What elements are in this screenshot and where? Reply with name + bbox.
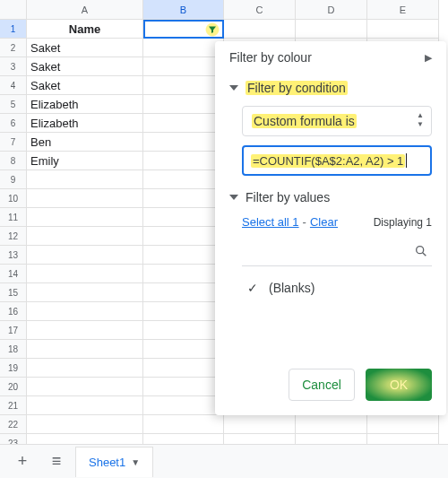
cell[interactable] (143, 321, 224, 340)
blanks-option[interactable]: ✓ (Blanks) (215, 274, 446, 306)
cell[interactable] (27, 321, 143, 340)
row-header[interactable]: 5 (0, 95, 27, 114)
cell[interactable] (143, 378, 224, 396)
row-header[interactable]: 1 (0, 20, 27, 39)
row-header[interactable]: 13 (0, 246, 27, 265)
add-sheet-button[interactable]: + (7, 448, 38, 475)
cell[interactable]: Elizabeth (27, 114, 143, 133)
cell[interactable] (27, 396, 143, 415)
cell[interactable] (143, 20, 224, 39)
row-header[interactable]: 16 (0, 302, 27, 321)
row-header[interactable]: 10 (0, 189, 27, 208)
corner-cell[interactable] (0, 0, 27, 20)
cell[interactable] (143, 152, 224, 170)
all-sheets-button[interactable]: ≡ (41, 448, 72, 475)
row-header[interactable]: 19 (0, 359, 27, 378)
text-caret (406, 153, 407, 168)
cell[interactable] (143, 265, 224, 283)
filter-by-condition-row[interactable]: Filter by condition (215, 72, 446, 102)
col-header-E[interactable]: E (367, 0, 439, 20)
cell[interactable] (296, 20, 367, 39)
cell[interactable] (143, 76, 224, 95)
cell[interactable] (27, 189, 143, 208)
row-header[interactable]: 12 (0, 227, 27, 246)
row-header[interactable]: 8 (0, 152, 27, 170)
cell[interactable] (367, 415, 439, 434)
cell[interactable] (27, 170, 143, 189)
cell[interactable] (296, 415, 367, 434)
cell[interactable] (143, 114, 224, 133)
filter-by-values-row[interactable]: Filter by values (215, 188, 446, 212)
cell[interactable] (143, 227, 224, 246)
cancel-button[interactable]: Cancel (289, 369, 355, 401)
filter-by-colour-row[interactable]: Filter by colour ▶ (215, 41, 446, 72)
row-header[interactable]: 14 (0, 265, 27, 283)
cell[interactable] (27, 415, 143, 434)
cell[interactable] (27, 340, 143, 359)
col-header-A[interactable]: A (27, 0, 143, 20)
cell[interactable] (224, 20, 296, 39)
stepper-icon: ▲▼ (417, 112, 424, 128)
sheet-tab[interactable]: Sheet1 ▼ (75, 447, 153, 477)
cell[interactable] (27, 208, 143, 227)
cell[interactable]: Emily (27, 152, 143, 170)
row-header[interactable]: 22 (0, 415, 27, 434)
displaying-label: Displaying 1 (374, 216, 432, 229)
cell[interactable] (27, 246, 143, 265)
cell[interactable] (143, 359, 224, 378)
dash: - (303, 215, 306, 229)
ok-button[interactable]: OK (366, 369, 432, 401)
row-header[interactable]: 17 (0, 321, 27, 340)
row-header[interactable]: 9 (0, 170, 27, 189)
row-header[interactable]: 4 (0, 76, 27, 95)
col-header-B[interactable]: B (143, 0, 224, 20)
row-header[interactable]: 2 (0, 39, 27, 57)
cell[interactable] (143, 415, 224, 434)
cell[interactable] (143, 189, 224, 208)
cell[interactable] (143, 170, 224, 189)
filter-by-colour-label: Filter by colour (229, 50, 312, 65)
cell[interactable] (27, 283, 143, 302)
cell[interactable] (143, 396, 224, 415)
cell[interactable] (143, 57, 224, 76)
cell[interactable] (143, 302, 224, 321)
cell[interactable] (27, 359, 143, 378)
cell[interactable] (143, 208, 224, 227)
row-header[interactable]: 6 (0, 114, 27, 133)
check-icon: ✓ (247, 281, 258, 295)
cell[interactable]: Elizabeth (27, 95, 143, 114)
select-all-link[interactable]: Select all 1 (242, 215, 299, 229)
row-header[interactable]: 15 (0, 283, 27, 302)
row-header[interactable]: 7 (0, 133, 27, 152)
col-header-D[interactable]: D (296, 0, 367, 20)
row-header[interactable]: 3 (0, 57, 27, 76)
cell[interactable]: Saket (27, 39, 143, 57)
cell[interactable]: Saket (27, 57, 143, 76)
col-header-C[interactable]: C (224, 0, 296, 20)
filter-panel: Filter by colour ▶ Filter by condition C… (215, 41, 446, 415)
cell[interactable]: Saket (27, 76, 143, 95)
row-header[interactable]: 21 (0, 396, 27, 415)
cell[interactable] (143, 133, 224, 152)
cell[interactable] (27, 227, 143, 246)
row-header[interactable]: 18 (0, 340, 27, 359)
cell[interactable] (27, 265, 143, 283)
cell[interactable] (143, 246, 224, 265)
row-header[interactable]: 20 (0, 378, 27, 396)
formula-input[interactable]: =COUNTIF($A$2:A2, A2) > 1 (242, 145, 432, 176)
cell[interactable] (224, 415, 296, 434)
values-search-input[interactable] (242, 239, 432, 266)
filter-icon[interactable] (205, 22, 220, 37)
row-header[interactable]: 11 (0, 208, 27, 227)
cell[interactable] (367, 20, 439, 39)
cell[interactable] (27, 302, 143, 321)
cell[interactable] (143, 283, 224, 302)
cell[interactable] (27, 378, 143, 396)
clear-link[interactable]: Clear (310, 215, 338, 229)
cell[interactable]: Name (27, 20, 143, 39)
cell[interactable]: Ben (27, 133, 143, 152)
cell[interactable] (143, 95, 224, 114)
cell[interactable] (143, 39, 224, 57)
condition-type-select[interactable]: Custom formula is ▲▼ (242, 106, 432, 136)
cell[interactable] (143, 340, 224, 359)
